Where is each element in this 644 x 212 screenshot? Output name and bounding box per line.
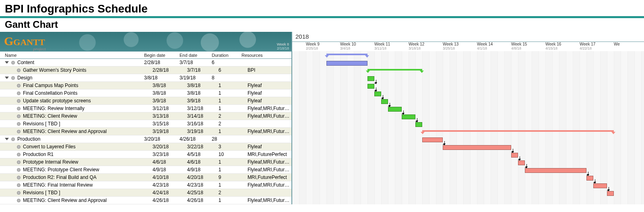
chevron-down-icon[interactable] — [5, 138, 9, 140]
chart-title: Gantt Chart — [5, 19, 644, 30]
timeline-pane[interactable]: 2018 Week 92/25/18Week 103/4/18Week 113/… — [292, 32, 644, 204]
task-end: 3/7/18 — [180, 60, 212, 65]
task-row[interactable]: MEETING: Final Internal Review4/23/184/2… — [0, 181, 291, 189]
task-bar[interactable] — [593, 183, 607, 188]
timeline-row — [292, 113, 644, 121]
task-bar[interactable] — [607, 191, 614, 196]
task-row[interactable]: Content2/28/183/7/186 — [0, 59, 291, 67]
task-bar[interactable] — [388, 107, 402, 112]
task-end: 4/20/18 — [187, 175, 219, 180]
task-end: 3/14/18 — [187, 113, 219, 119]
task-end: 4/25/18 — [187, 190, 219, 195]
task-duration: 1 — [219, 182, 227, 188]
week-label: Week 9 — [306, 42, 320, 46]
task-row[interactable]: MEETING: Client Review and Approval4/26/… — [0, 197, 291, 204]
task-bar[interactable] — [525, 168, 586, 173]
week-label: Week 11 — [374, 42, 390, 46]
task-name: Production — [17, 136, 40, 142]
task-bullet-icon — [17, 176, 21, 179]
task-bar[interactable] — [415, 122, 422, 127]
task-end: 4/6/18 — [187, 159, 219, 165]
task-begin: 3/19/18 — [153, 129, 187, 134]
col-name[interactable]: Name — [0, 53, 144, 58]
task-resources: Flyleaf — [248, 144, 291, 150]
task-bar[interactable] — [511, 153, 518, 158]
task-duration: 10 — [219, 152, 227, 157]
task-row[interactable]: Convert to Layered Files3/20/183/22/183F… — [0, 143, 291, 151]
task-row[interactable]: MEETING: Client Review3/13/183/14/182Fly… — [0, 112, 291, 120]
col-begin[interactable]: Begin date — [144, 53, 180, 58]
task-name: Content — [17, 60, 34, 65]
task-bar[interactable] — [586, 176, 593, 181]
timeline-row — [292, 167, 644, 175]
task-row[interactable]: Update static prototype screens3/9/183/9… — [0, 97, 291, 105]
task-resources: Flyleaf,MRI,FuturePerf... — [248, 182, 291, 188]
chevron-down-icon[interactable] — [5, 77, 9, 79]
task-bar[interactable] — [367, 76, 374, 81]
task-bar[interactable] — [374, 91, 381, 96]
col-res[interactable]: Resources — [242, 53, 287, 58]
task-row[interactable]: Revisions [ TBD ]4/24/184/25/182 — [0, 189, 291, 197]
col-end[interactable]: End date — [180, 53, 212, 58]
week-label: Week 12 — [409, 42, 424, 46]
task-name: Design — [17, 75, 32, 81]
timeline-row — [292, 52, 644, 60]
task-end: 3/12/18 — [187, 106, 219, 111]
task-name: Prototype Internal Review — [23, 159, 78, 165]
task-bar[interactable] — [402, 114, 415, 119]
task-duration: 6 — [212, 60, 220, 65]
task-end: 4/9/18 — [187, 167, 219, 173]
task-row[interactable]: MEETING: Client Review and Approval3/19/… — [0, 128, 291, 135]
task-row[interactable]: Revisions [ TBD ]3/15/183/16/182 — [0, 120, 291, 128]
summary-bar[interactable] — [422, 130, 614, 132]
task-end: 3/7/18 — [187, 67, 219, 73]
task-end: 3/19/18 — [187, 129, 219, 134]
year-label: 2018 — [292, 32, 644, 42]
task-begin: 4/9/18 — [153, 167, 187, 173]
task-bar[interactable] — [422, 137, 443, 142]
task-name: MEETING: Client Review and Approval — [23, 129, 107, 134]
task-bullet-icon — [17, 130, 21, 133]
task-row[interactable]: MEETING: Review Internally3/12/183/12/18… — [0, 105, 291, 112]
task-bar[interactable] — [367, 84, 374, 89]
timeline-row — [292, 75, 644, 83]
task-bullet-icon — [17, 69, 21, 72]
task-name: MEETING: Client Review — [23, 113, 77, 119]
task-row[interactable]: Final Campus Map Points3/8/183/8/181Flyl… — [0, 82, 291, 89]
task-resources: Flyleaf,MRI,FuturePerf... — [248, 106, 291, 111]
task-bullet-icon — [17, 199, 21, 202]
task-row[interactable]: Design3/8/183/19/188 — [0, 74, 291, 82]
task-row[interactable]: Gather Women's Story Points2/28/183/7/18… — [0, 67, 291, 74]
task-duration: 1 — [219, 197, 227, 203]
task-row[interactable]: Final Constellation Points3/8/183/8/181F… — [0, 89, 291, 97]
task-row[interactable]: Prototype Internal Review4/6/184/6/181Fl… — [0, 158, 291, 166]
task-bullet-icon — [11, 61, 15, 64]
task-bar[interactable] — [443, 145, 511, 150]
timeline-row — [292, 121, 644, 129]
task-row[interactable]: MEETING: Prototype Client Review4/9/184/… — [0, 166, 291, 174]
task-end: 4/26/18 — [180, 136, 212, 142]
task-row[interactable]: Production R2: Final Build and QA4/10/18… — [0, 174, 291, 181]
task-name: Revisions [ TBD ] — [23, 121, 60, 127]
task-duration: 2 — [219, 190, 227, 195]
timeline-row — [292, 90, 644, 98]
task-resources: BPI — [248, 67, 291, 73]
summary-bar[interactable] — [367, 69, 422, 71]
task-row[interactable]: Production R13/23/184/5/1810MRI,FuturePe… — [0, 151, 291, 158]
task-bar[interactable] — [326, 61, 367, 66]
task-duration: 1 — [219, 83, 227, 88]
col-dur[interactable]: Duration — [212, 53, 242, 58]
task-bullet-icon — [17, 107, 21, 110]
task-begin: 3/8/18 — [144, 75, 180, 81]
task-duration: 2 — [219, 121, 227, 127]
week-date: 4/1/18 — [477, 46, 493, 50]
task-end: 3/8/18 — [187, 83, 219, 88]
chevron-down-icon[interactable] — [5, 61, 9, 64]
task-bar[interactable] — [381, 99, 388, 104]
summary-bar[interactable] — [326, 54, 367, 55]
task-resources: Flyleaf,MRI,FuturePerf... — [248, 129, 291, 134]
task-bullet-icon — [17, 183, 21, 187]
task-row[interactable]: Production3/20/184/26/1828 — [0, 135, 291, 143]
task-end: 4/26/18 — [187, 197, 219, 203]
task-bar[interactable] — [518, 160, 525, 165]
